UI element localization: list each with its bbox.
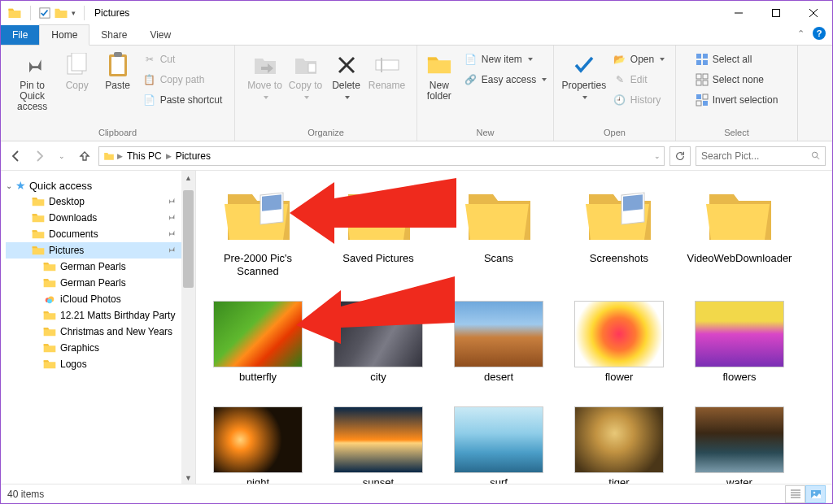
image-item[interactable]: tiger (570, 406, 668, 484)
rename-button[interactable]: Rename (367, 49, 408, 94)
folder-icon (32, 212, 45, 224)
item-label: butterfly (239, 371, 277, 384)
collapse-ribbon-icon[interactable]: ⌃ (797, 28, 805, 39)
address-dropdown-icon[interactable]: ⌄ (654, 152, 661, 160)
folder-icon (32, 196, 45, 207)
move-to-button[interactable]: Move to (245, 49, 286, 105)
sidebar-quick-access[interactable]: ⌄ ★ Quick access (6, 177, 195, 193)
scroll-up-icon[interactable]: ▲ (181, 171, 195, 185)
nav-recent-button[interactable]: ⌄ (53, 147, 71, 165)
folder-icon (43, 261, 56, 272)
new-folder-button[interactable]: New folder (419, 49, 460, 105)
help-button[interactable]: ? (813, 27, 826, 40)
search-icon (811, 150, 820, 161)
new-item-button[interactable]: 📄New item (463, 50, 548, 68)
svg-rect-13 (376, 60, 399, 70)
image-item[interactable]: desert (450, 301, 547, 384)
cut-button[interactable]: ✂Cut (142, 50, 225, 68)
sidebar-item[interactable]: Graphics (6, 340, 195, 356)
image-item[interactable]: butterfly (209, 301, 307, 384)
sidebar-item[interactable]: German Pearls (6, 275, 195, 291)
refresh-button[interactable] (669, 146, 691, 166)
select-none-button[interactable]: Select none (694, 71, 780, 89)
annotation-arrow (296, 272, 459, 345)
pin-icon (167, 196, 176, 207)
edit-button[interactable]: ✎Edit (612, 71, 666, 89)
tab-share[interactable]: Share (89, 25, 138, 45)
sidebar-item[interactable]: Desktop (6, 193, 195, 210)
image-item[interactable]: surf (450, 406, 547, 484)
folder-icon (43, 310, 56, 321)
sidebar-item[interactable]: Christmas and New Years (6, 324, 195, 340)
select-all-button[interactable]: Select all (694, 50, 780, 68)
file-pane[interactable]: Pre-2000 Pic's ScannedSaved PicturesScan… (196, 171, 832, 484)
sidebar-item[interactable]: Pictures (6, 242, 195, 259)
history-button[interactable]: 🕘History (612, 91, 666, 109)
qat-folder-icon[interactable] (54, 6, 68, 20)
image-thumbnail (454, 406, 543, 473)
image-item[interactable]: flower (570, 301, 668, 384)
sidebar-item-label: Pictures (49, 245, 84, 256)
close-button[interactable] (795, 1, 832, 24)
folder-item[interactable]: Screenshots (570, 182, 668, 278)
easy-access-button[interactable]: 🔗Easy access (463, 71, 548, 89)
minimize-button[interactable] (720, 1, 757, 24)
search-input[interactable] (701, 150, 806, 162)
nav-forward-button[interactable] (30, 147, 48, 165)
maximize-button[interactable] (757, 1, 795, 24)
sidebar-scrollbar[interactable]: ▲ ▼ (181, 171, 195, 484)
sidebar-item[interactable]: Documents (6, 226, 195, 242)
view-details-button[interactable] (785, 485, 805, 503)
pin-icon (167, 245, 176, 256)
nav-bar: ⌄ ▶ This PC ▶ Pictures ⌄ (1, 141, 832, 171)
svg-rect-21 (696, 80, 701, 85)
delete-button[interactable]: Delete (326, 49, 367, 105)
image-item[interactable]: flowers (691, 301, 788, 384)
pin-quick-access-button[interactable]: Pin to Quick access (8, 49, 57, 115)
qat-dropdown-icon[interactable]: ▾ (72, 9, 76, 17)
address-bar[interactable]: ▶ This PC ▶ Pictures ⌄ (98, 146, 665, 166)
paste-button[interactable]: Paste (98, 49, 138, 94)
chevron-right-icon[interactable]: ▶ (117, 152, 123, 160)
paste-shortcut-button[interactable]: 📄Paste shortcut (142, 91, 225, 109)
folder-item[interactable]: VideoWebDownloader (691, 182, 788, 278)
nav-up-button[interactable] (76, 147, 94, 165)
sidebar-item[interactable]: Logos (6, 356, 195, 372)
folder-icon (32, 245, 45, 256)
svg-rect-9 (114, 52, 122, 57)
image-item[interactable]: night (209, 406, 307, 484)
open-button[interactable]: 📂Open (612, 50, 666, 68)
view-thumbnails-button[interactable] (805, 485, 826, 503)
folder-icon (454, 182, 543, 249)
sidebar-item[interactable]: German Pearls (6, 259, 195, 275)
breadcrumb-this-pc[interactable]: This PC (124, 150, 164, 162)
breadcrumb-pictures[interactable]: Pictures (173, 150, 213, 162)
sidebar-item-label: 12.21 Matts Birthday Party (60, 310, 175, 321)
chevron-right-icon[interactable]: ▶ (166, 152, 172, 160)
sidebar-item[interactable]: iCloud Photos (6, 291, 195, 307)
search-box[interactable] (696, 146, 826, 166)
sidebar-item-label: Downloads (49, 212, 97, 224)
folder-icon (43, 342, 56, 354)
tab-view[interactable]: View (138, 25, 182, 45)
tab-home[interactable]: Home (39, 24, 89, 46)
pin-icon (167, 212, 176, 224)
tab-file[interactable]: File (1, 25, 39, 45)
invert-selection-button[interactable]: Invert selection (694, 91, 780, 109)
image-item[interactable]: sunset (329, 406, 427, 484)
folder-item[interactable]: Scans (450, 182, 547, 278)
image-item[interactable]: water (691, 406, 788, 484)
copy-button[interactable]: Copy (57, 49, 98, 94)
sidebar-item[interactable]: Downloads (6, 210, 195, 226)
sidebar-item-label: Graphics (60, 342, 99, 354)
copy-to-button[interactable]: Copy to (286, 49, 326, 105)
sidebar-item[interactable]: 12.21 Matts Birthday Party (6, 307, 195, 324)
svg-rect-6 (72, 53, 86, 71)
properties-button[interactable]: Properties (560, 49, 608, 105)
copy-path-button[interactable]: 📋Copy path (142, 71, 225, 89)
sidebar-item-label: Documents (49, 228, 98, 240)
scroll-thumb[interactable] (183, 190, 194, 288)
nav-back-button[interactable] (7, 147, 25, 165)
qat-checkbox-icon[interactable] (39, 7, 50, 19)
scroll-down-icon[interactable]: ▼ (181, 471, 195, 484)
